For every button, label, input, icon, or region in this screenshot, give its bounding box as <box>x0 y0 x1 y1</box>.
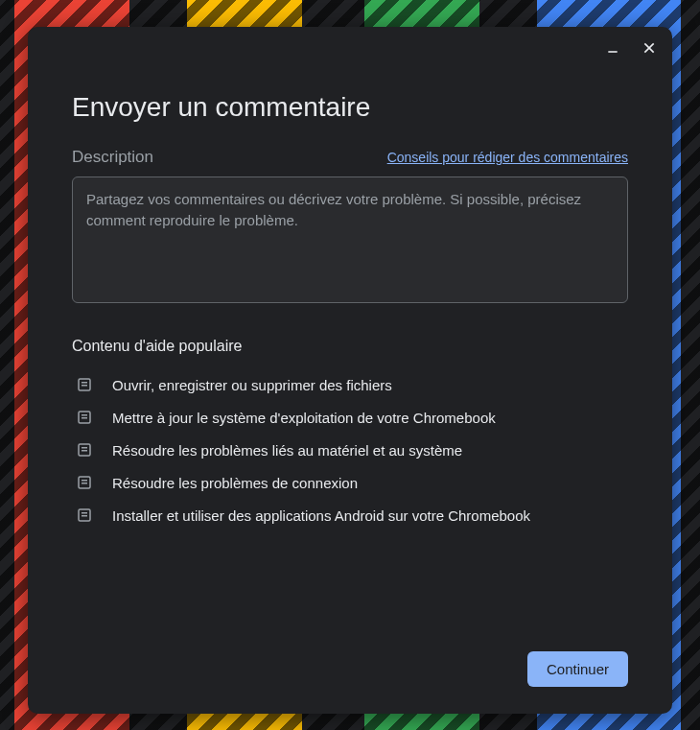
close-icon <box>642 40 657 56</box>
feedback-dialog: Envoyer un commentaire Description Conse… <box>28 27 672 714</box>
help-item-hardware[interactable]: Résoudre les problèmes liés au matériel … <box>72 434 628 466</box>
dialog-title: Envoyer un commentaire <box>72 92 628 123</box>
help-item-label: Résoudre les problèmes liés au matériel … <box>112 442 462 459</box>
help-item-connection[interactable]: Résoudre les problèmes de connexion <box>72 466 628 499</box>
tips-link[interactable]: Conseils pour rédiger des commentaires <box>387 150 628 165</box>
article-icon <box>76 376 93 393</box>
help-item-label: Installer et utiliser des applications A… <box>112 507 530 524</box>
minimize-button[interactable] <box>599 35 626 61</box>
article-icon <box>76 441 93 459</box>
article-icon <box>76 409 93 426</box>
description-row: Description Conseils pour rédiger des co… <box>72 148 628 167</box>
help-item-update-os[interactable]: Mettre à jour le système d'exploitation … <box>72 401 628 434</box>
dialog-footer: Continuer <box>28 651 672 714</box>
dialog-titlebar <box>28 27 672 61</box>
description-label: Description <box>72 148 153 167</box>
feedback-textarea[interactable] <box>72 177 628 303</box>
continue-button[interactable]: Continuer <box>527 651 628 687</box>
help-item-label: Résoudre les problèmes de connexion <box>112 475 358 491</box>
minimize-icon <box>605 40 620 56</box>
help-list: Ouvrir, enregistrer ou supprimer des fic… <box>72 368 628 531</box>
help-item-android-apps[interactable]: Installer et utiliser des applications A… <box>72 499 628 531</box>
help-item-label: Mettre à jour le système d'exploitation … <box>112 410 496 426</box>
help-item-files[interactable]: Ouvrir, enregistrer ou supprimer des fic… <box>72 368 628 401</box>
article-icon <box>76 474 93 491</box>
popular-help-heading: Contenu d'aide populaire <box>72 338 628 355</box>
dialog-content: Envoyer un commentaire Description Conse… <box>28 61 672 651</box>
close-button[interactable] <box>636 35 663 61</box>
article-icon <box>76 506 93 524</box>
help-item-label: Ouvrir, enregistrer ou supprimer des fic… <box>112 377 392 393</box>
